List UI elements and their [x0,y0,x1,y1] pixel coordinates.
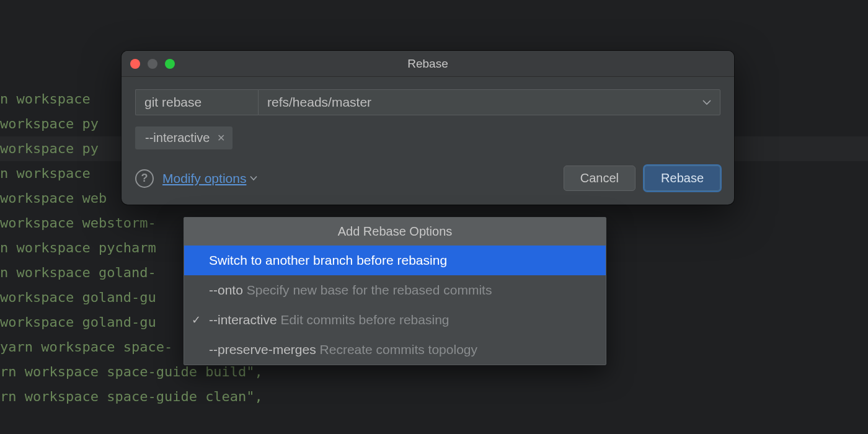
rebase-options-menu: Add Rebase Options Switch to another bra… [184,217,606,365]
menu-item-description: Recreate commits topology [320,342,477,356]
rebase-button[interactable]: Rebase [644,166,720,191]
chevron-down-icon [250,174,257,183]
check-icon: ✓ [192,313,201,327]
code-line: rn workspace space-guide clean", [0,384,868,409]
ref-value: refs/heads/master [267,95,371,110]
menu-item[interactable]: --onto Specify new base for the rebased … [184,275,606,305]
minimize-window-button[interactable] [148,59,157,69]
help-button[interactable]: ? [135,169,154,188]
menu-header: Add Rebase Options [184,218,606,246]
menu-item[interactable]: ✓--interactive Edit commits before rebas… [184,305,606,335]
menu-item-description: Specify new base for the rebased commits [247,283,492,297]
chevron-down-icon [702,97,711,107]
modify-options-label: Modify options [162,171,246,186]
git-command-label: git rebase [135,89,258,115]
window-controls [130,51,175,76]
menu-item-description: Edit commits before rebasing [281,312,450,327]
zoom-window-button[interactable] [165,59,175,69]
chip-label: --interactive [145,131,210,145]
menu-item[interactable]: --preserve-merges Recreate commits topol… [184,335,606,365]
dialog-titlebar: Rebase [122,51,734,77]
rebase-dialog: Rebase git rebase refs/heads/master --in… [122,51,734,205]
menu-item[interactable]: Switch to another branch before rebasing [184,246,606,275]
cancel-button[interactable]: Cancel [564,166,636,191]
ref-combobox[interactable]: refs/heads/master [258,89,720,115]
command-row: git rebase refs/heads/master [135,89,720,115]
dialog-actions-row: ? Modify options Cancel Rebase [135,166,720,191]
menu-item-flag: --preserve-merges [209,342,320,356]
option-chips-row: --interactive ✕ [135,126,720,149]
menu-item-flag: --onto [209,283,247,297]
modify-options-link[interactable]: Modify options [162,171,257,186]
close-window-button[interactable] [130,59,140,69]
menu-item-flag: --interactive [209,312,281,327]
dialog-body: git rebase refs/heads/master --interacti… [122,77,734,205]
dialog-title: Rebase [122,57,734,71]
menu-item-label: Switch to another branch before rebasing [209,253,447,267]
option-chip-interactive[interactable]: --interactive ✕ [135,126,232,149]
chip-remove-icon[interactable]: ✕ [217,132,225,144]
